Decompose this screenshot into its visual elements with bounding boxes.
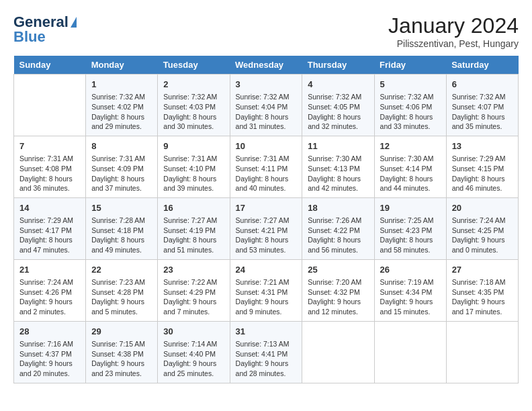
calendar-cell: 28Sunrise: 7:16 AM Sunset: 4:37 PM Dayli… (14, 321, 86, 383)
calendar-cell (14, 75, 86, 136)
day-number: 13 (452, 140, 513, 152)
logo: General Blue (13, 13, 77, 46)
weekday-header-tuesday: Tuesday (158, 56, 230, 75)
day-info: Sunrise: 7:31 AM Sunset: 4:09 PM Dayligh… (91, 154, 152, 193)
calendar-cell (446, 321, 518, 383)
day-number: 19 (380, 202, 441, 214)
calendar-cell: 13Sunrise: 7:29 AM Sunset: 4:15 PM Dayli… (446, 136, 518, 197)
weekday-header-thursday: Thursday (302, 56, 374, 75)
calendar-cell: 6Sunrise: 7:32 AM Sunset: 4:07 PM Daylig… (446, 75, 518, 136)
day-info: Sunrise: 7:32 AM Sunset: 4:04 PM Dayligh… (236, 92, 297, 132)
day-info: Sunrise: 7:31 AM Sunset: 4:11 PM Dayligh… (236, 154, 297, 193)
day-info: Sunrise: 7:16 AM Sunset: 4:37 PM Dayligh… (19, 339, 80, 379)
day-number: 23 (163, 264, 224, 276)
weekday-header-wednesday: Wednesday (230, 56, 302, 75)
day-info: Sunrise: 7:30 AM Sunset: 4:14 PM Dayligh… (380, 154, 441, 193)
day-info: Sunrise: 7:21 AM Sunset: 4:31 PM Dayligh… (236, 277, 297, 317)
title-area: January 2024 Pilisszentivan, Pest, Hunga… (388, 13, 519, 49)
day-info: Sunrise: 7:32 AM Sunset: 4:03 PM Dayligh… (163, 92, 224, 132)
day-number: 12 (380, 140, 441, 152)
calendar-cell: 29Sunrise: 7:15 AM Sunset: 4:38 PM Dayli… (86, 321, 158, 383)
day-number: 27 (452, 264, 513, 276)
calendar-cell: 25Sunrise: 7:20 AM Sunset: 4:32 PM Dayli… (302, 259, 374, 321)
weekday-header-saturday: Saturday (446, 56, 518, 75)
day-info: Sunrise: 7:20 AM Sunset: 4:32 PM Dayligh… (308, 277, 368, 317)
calendar-subtitle: Pilisszentivan, Pest, Hungary (388, 38, 519, 49)
day-number: 10 (236, 140, 297, 152)
calendar-cell: 19Sunrise: 7:25 AM Sunset: 4:23 PM Dayli… (374, 197, 446, 259)
day-info: Sunrise: 7:24 AM Sunset: 4:26 PM Dayligh… (19, 277, 80, 317)
calendar-week-row: 28Sunrise: 7:16 AM Sunset: 4:37 PM Dayli… (14, 321, 519, 383)
day-info: Sunrise: 7:25 AM Sunset: 4:23 PM Dayligh… (380, 216, 441, 255)
day-info: Sunrise: 7:32 AM Sunset: 4:02 PM Dayligh… (91, 92, 152, 132)
calendar-cell: 21Sunrise: 7:24 AM Sunset: 4:26 PM Dayli… (14, 259, 86, 321)
calendar-cell: 7Sunrise: 7:31 AM Sunset: 4:08 PM Daylig… (14, 136, 86, 197)
day-number: 9 (163, 140, 224, 152)
day-number: 6 (452, 79, 513, 91)
calendar-cell: 17Sunrise: 7:27 AM Sunset: 4:21 PM Dayli… (230, 197, 302, 259)
calendar-week-row: 1Sunrise: 7:32 AM Sunset: 4:02 PM Daylig… (14, 75, 519, 136)
day-info: Sunrise: 7:32 AM Sunset: 4:05 PM Dayligh… (308, 92, 368, 132)
day-number: 14 (19, 202, 80, 214)
calendar-cell: 24Sunrise: 7:21 AM Sunset: 4:31 PM Dayli… (230, 259, 302, 321)
day-number: 22 (91, 264, 152, 276)
calendar-cell (302, 321, 374, 383)
weekday-header-monday: Monday (86, 56, 158, 75)
calendar-cell: 12Sunrise: 7:30 AM Sunset: 4:14 PM Dayli… (374, 136, 446, 197)
day-number: 16 (163, 202, 224, 214)
page-header: General Blue January 2024 Pilisszentivan… (13, 13, 519, 49)
weekday-header-friday: Friday (374, 56, 446, 75)
day-number: 25 (308, 264, 368, 276)
day-number: 20 (452, 202, 513, 214)
logo-triangle-icon (71, 17, 77, 28)
day-info: Sunrise: 7:26 AM Sunset: 4:22 PM Dayligh… (308, 216, 368, 255)
day-info: Sunrise: 7:30 AM Sunset: 4:13 PM Dayligh… (308, 154, 368, 193)
calendar-cell: 20Sunrise: 7:24 AM Sunset: 4:25 PM Dayli… (446, 197, 518, 259)
day-number: 5 (380, 79, 441, 91)
day-info: Sunrise: 7:31 AM Sunset: 4:08 PM Dayligh… (19, 154, 80, 193)
calendar-cell: 27Sunrise: 7:18 AM Sunset: 4:35 PM Dayli… (446, 259, 518, 321)
weekday-header-sunday: Sunday (14, 56, 86, 75)
calendar-title: January 2024 (388, 13, 519, 38)
calendar-cell: 9Sunrise: 7:31 AM Sunset: 4:10 PM Daylig… (158, 136, 230, 197)
calendar-cell: 11Sunrise: 7:30 AM Sunset: 4:13 PM Dayli… (302, 136, 374, 197)
calendar-cell: 15Sunrise: 7:28 AM Sunset: 4:18 PM Dayli… (86, 197, 158, 259)
logo-blue: Blue (13, 28, 46, 46)
day-info: Sunrise: 7:29 AM Sunset: 4:15 PM Dayligh… (452, 154, 513, 193)
day-info: Sunrise: 7:27 AM Sunset: 4:19 PM Dayligh… (163, 216, 224, 255)
calendar-cell: 16Sunrise: 7:27 AM Sunset: 4:19 PM Dayli… (158, 197, 230, 259)
day-number: 11 (308, 140, 368, 152)
day-info: Sunrise: 7:23 AM Sunset: 4:28 PM Dayligh… (91, 277, 152, 317)
day-number: 18 (308, 202, 368, 214)
calendar-cell: 5Sunrise: 7:32 AM Sunset: 4:06 PM Daylig… (374, 75, 446, 136)
calendar-cell: 8Sunrise: 7:31 AM Sunset: 4:09 PM Daylig… (86, 136, 158, 197)
day-info: Sunrise: 7:27 AM Sunset: 4:21 PM Dayligh… (236, 216, 297, 255)
calendar-week-row: 21Sunrise: 7:24 AM Sunset: 4:26 PM Dayli… (14, 259, 519, 321)
day-info: Sunrise: 7:24 AM Sunset: 4:25 PM Dayligh… (452, 216, 513, 255)
day-info: Sunrise: 7:22 AM Sunset: 4:29 PM Dayligh… (163, 277, 224, 317)
calendar-cell: 22Sunrise: 7:23 AM Sunset: 4:28 PM Dayli… (86, 259, 158, 321)
day-number: 15 (91, 202, 152, 214)
day-number: 21 (19, 264, 80, 276)
day-number: 4 (308, 79, 368, 91)
day-number: 2 (163, 79, 224, 91)
calendar-table: SundayMondayTuesdayWednesdayThursdayFrid… (13, 56, 519, 383)
calendar-cell: 1Sunrise: 7:32 AM Sunset: 4:02 PM Daylig… (86, 75, 158, 136)
calendar-cell: 2Sunrise: 7:32 AM Sunset: 4:03 PM Daylig… (158, 75, 230, 136)
day-number: 17 (236, 202, 297, 214)
calendar-cell: 31Sunrise: 7:13 AM Sunset: 4:41 PM Dayli… (230, 321, 302, 383)
calendar-cell: 18Sunrise: 7:26 AM Sunset: 4:22 PM Dayli… (302, 197, 374, 259)
calendar-week-row: 7Sunrise: 7:31 AM Sunset: 4:08 PM Daylig… (14, 136, 519, 197)
day-info: Sunrise: 7:32 AM Sunset: 4:07 PM Dayligh… (452, 92, 513, 132)
calendar-cell: 23Sunrise: 7:22 AM Sunset: 4:29 PM Dayli… (158, 259, 230, 321)
day-number: 24 (236, 264, 297, 276)
calendar-cell: 26Sunrise: 7:19 AM Sunset: 4:34 PM Dayli… (374, 259, 446, 321)
day-info: Sunrise: 7:13 AM Sunset: 4:41 PM Dayligh… (236, 339, 297, 379)
day-number: 31 (236, 326, 297, 338)
calendar-cell: 3Sunrise: 7:32 AM Sunset: 4:04 PM Daylig… (230, 75, 302, 136)
day-info: Sunrise: 7:18 AM Sunset: 4:35 PM Dayligh… (452, 277, 513, 317)
calendar-cell: 4Sunrise: 7:32 AM Sunset: 4:05 PM Daylig… (302, 75, 374, 136)
day-info: Sunrise: 7:29 AM Sunset: 4:17 PM Dayligh… (19, 216, 80, 255)
day-number: 29 (91, 326, 152, 338)
calendar-cell: 10Sunrise: 7:31 AM Sunset: 4:11 PM Dayli… (230, 136, 302, 197)
